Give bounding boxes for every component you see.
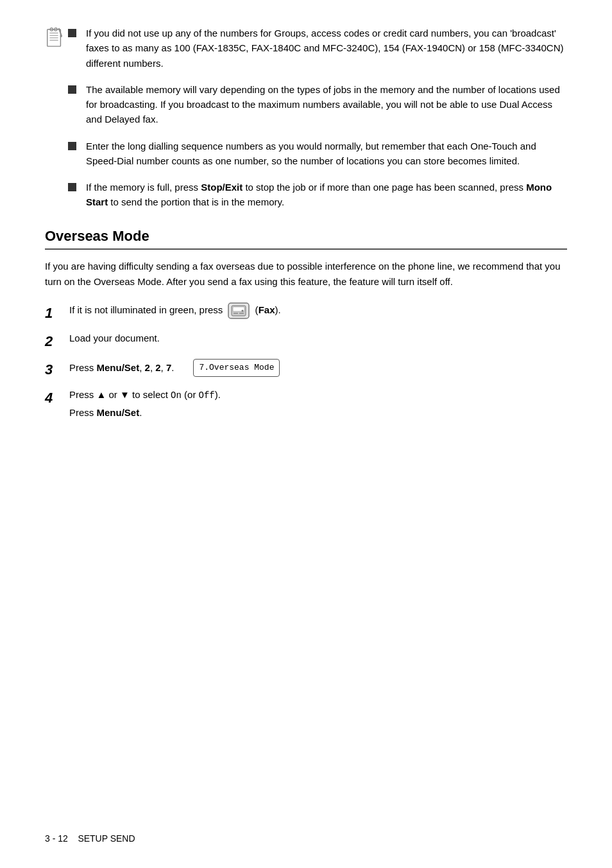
note-memory-full: If the memory is full, press Stop/Exit t… [45, 180, 567, 210]
step-number-4: 4 [45, 387, 69, 409]
note-broadcast: If you did not use up any of the numbers… [45, 26, 567, 71]
step-4-line2: Press Menu/Set. [69, 405, 567, 421]
step-4-block: Press ▲ or ▼ to select On (or Off). Pres… [69, 387, 567, 421]
step-3-text: Press Menu/Set, 2, 2, 7. [69, 360, 174, 376]
svg-point-14 [242, 309, 244, 311]
bullet-icon-3 [68, 142, 76, 150]
step-number-1: 1 [45, 302, 69, 324]
step-1: 1 If it is not illuminated in green, pre… [45, 302, 567, 324]
step-3-content: Press Menu/Set, 2, 2, 7. 7.Overseas Mode [69, 359, 567, 378]
bullet-icon-4 [68, 183, 76, 191]
note-icon-area-4 [45, 180, 83, 191]
step-2-content: Load your document. [69, 331, 567, 346]
step-3-row: Press Menu/Set, 2, 2, 7. 7.Overseas Mode [69, 359, 567, 378]
step-number-2: 2 [45, 331, 69, 352]
step-4-line1: Press ▲ or ▼ to select On (or Off). [69, 387, 567, 403]
page-footer: 3 - 12 SETUP SEND [45, 833, 135, 844]
footer-page-ref: 3 - 12 [45, 833, 68, 844]
overseas-mode-title: Overseas Mode [45, 228, 567, 245]
note-memory: The available memory will vary depending… [45, 82, 567, 127]
steps-list: 1 If it is not illuminated in green, pre… [45, 302, 567, 421]
step-2: 2 Load your document. [45, 331, 567, 352]
step-4: 4 Press ▲ or ▼ to select On (or Off). Pr… [45, 387, 567, 421]
lcd-display: 7.Overseas Mode [193, 359, 280, 378]
note-dialling-text: Enter the long dialling sequence numbers… [86, 139, 567, 169]
note-dialling: Enter the long dialling sequence numbers… [45, 139, 567, 169]
note-memory-full-text: If the memory is full, press Stop/Exit t… [86, 180, 567, 210]
overseas-mode-intro: If you are having difficulty sending a f… [45, 259, 567, 290]
note-broadcast-text: If you did not use up any of the numbers… [86, 26, 567, 71]
step-3: 3 Press Menu/Set, 2, 2, 7. 7.Overseas Mo… [45, 359, 567, 381]
bullet-icon-1 [68, 29, 76, 37]
fax-button-icon [228, 302, 250, 319]
bullet-icon-2 [68, 85, 76, 94]
note-icon-area-2 [45, 82, 83, 94]
note-icon-area-1 [45, 26, 83, 48]
notepad-icon [45, 27, 64, 48]
step-4-content: Press ▲ or ▼ to select On (or Off). Pres… [69, 387, 567, 421]
notes-section: If you did not use up any of the numbers… [45, 26, 567, 210]
step-1-content: If it is not illuminated in green, press [69, 302, 567, 319]
step-number-3: 3 [45, 359, 69, 381]
overseas-mode-section: Overseas Mode If you are having difficul… [45, 228, 567, 421]
note-icon-area-3 [45, 139, 83, 150]
footer-label: SETUP SEND [78, 833, 135, 844]
section-divider [45, 248, 567, 250]
note-memory-text: The available memory will vary depending… [86, 82, 567, 127]
